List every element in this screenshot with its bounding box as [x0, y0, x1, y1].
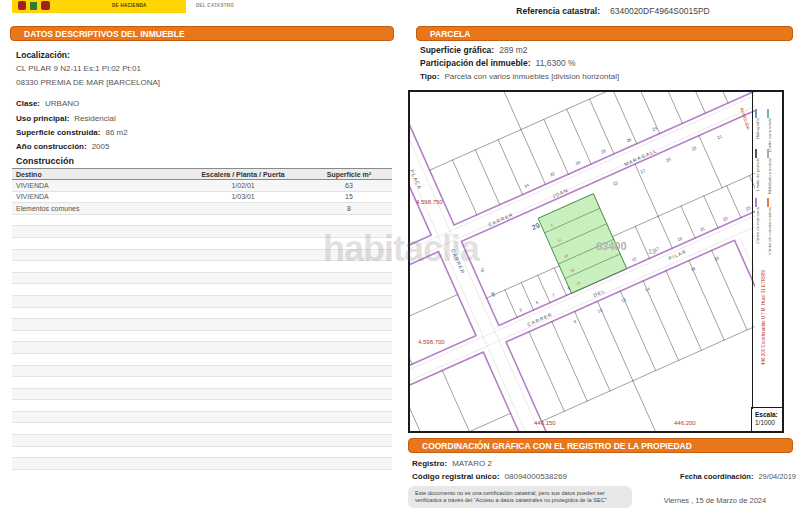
- legend-hidrografia: Hidrografía: [755, 118, 760, 139]
- legend-limite-parcela: Límite de parcela: [755, 158, 760, 191]
- street-label: PILAR: [667, 248, 687, 261]
- ministerio-label: DE HACIENDA: [112, 3, 147, 8]
- superficie-field: Superficie construida:86 m2: [16, 128, 128, 137]
- localizacion-line1: CL PILAR 9 N2-11 Es:1 Pl:02 Pt:01: [16, 64, 141, 73]
- legend-sample-hidrografia: [755, 109, 757, 118]
- referencia-catastral-value: 6340020DF4964S0015PD: [610, 6, 710, 16]
- codigo-registral-field: Código registral único:08094000538269: [412, 472, 567, 481]
- legend-sample-mobiliario: [767, 149, 769, 158]
- legend-zona-verde: Límite zona verde: [767, 118, 772, 152]
- anio-field: Año construcción:2005: [16, 142, 109, 151]
- block-number: 63400: [596, 240, 627, 252]
- ministry-logo-band: [12, 0, 186, 13]
- legend-limite-construcciones: Límite de construcciones: [767, 207, 772, 255]
- coat-of-arms-icon: [18, 1, 26, 10]
- certification-note: Este documento no es una certificación c…: [408, 486, 632, 508]
- table-empty-row: [12, 423, 392, 435]
- construccion-table: Destino Escalera / Planta / Puerta Super…: [12, 168, 392, 470]
- legend-sample-zona-verde: [767, 109, 769, 118]
- table-empty-row: [12, 214, 392, 226]
- table-empty-row: [12, 295, 392, 307]
- legend-limite-manzana: Límite de manzana: [755, 207, 760, 244]
- table-empty-row: [12, 400, 392, 412]
- table-empty-row: [12, 435, 392, 447]
- participacion-field: Participación del inmueble:11,6300 %: [420, 58, 576, 68]
- legend-mobiliario: Mobiliario y aceras: [767, 158, 772, 194]
- table-empty-row: [12, 272, 392, 284]
- street-label: DEL: [592, 288, 606, 299]
- cadastral-document: DE HACIENDA DEL CATASTRO Referencia cata…: [0, 0, 800, 514]
- table-empty-row: [12, 342, 392, 354]
- uso-field: Uso principal:Residencial: [16, 114, 116, 123]
- table-empty-row: [12, 458, 392, 470]
- emblem-icon: [41, 1, 50, 10]
- registro-field: Registro:MATARO 2: [412, 459, 492, 468]
- table-header-row: Destino Escalera / Planta / Puerta Super…: [12, 169, 392, 180]
- table-row: VIVIENDA 1/02/01 63: [12, 180, 392, 192]
- flag-icon: [30, 2, 37, 10]
- col-destino: Destino: [12, 169, 180, 180]
- table-empty-row: [12, 353, 392, 365]
- utm-coordinate-label: 446.200: [674, 420, 696, 426]
- table-row: Elementos comunes 8: [12, 203, 392, 215]
- construccion-title: Construcción: [16, 156, 74, 166]
- section-header-parcela: PARCELA: [416, 26, 793, 41]
- map-scale: Escala: 1/1000: [751, 407, 782, 431]
- utm-coordinate-label: 4.598.700: [418, 339, 445, 345]
- table-empty-row: [12, 284, 392, 296]
- table-empty-row: [12, 307, 392, 319]
- table-empty-row: [12, 319, 392, 331]
- portal-number: 19: [648, 248, 656, 255]
- table-empty-row: [12, 377, 392, 389]
- table-empty-row: [12, 411, 392, 423]
- table-empty-row: [12, 446, 392, 458]
- map-legend: Hidrografía Límite zona verde Límite de …: [752, 92, 782, 409]
- catastro-label: DEL CATASTRO: [196, 3, 234, 8]
- referencia-catastral-label: Referencia catastral:: [400, 6, 600, 16]
- document-date: Viernes , 15 de Marzo de 2024: [640, 496, 790, 505]
- table-empty-row: [12, 330, 392, 342]
- table-empty-row: [12, 388, 392, 400]
- legend-sample-parcela: [755, 149, 757, 158]
- legend-sample-construcciones: [767, 198, 769, 207]
- table-row: VIVIENDA 1/03/01 15: [12, 191, 392, 203]
- localizacion-label: Localización:: [16, 50, 70, 60]
- superficie-grafica-field: Superficie gráfica:289 m2: [420, 45, 528, 55]
- section-header-inmueble: DATOS DESCRIPTIVOS DEL INMUEBLE: [10, 26, 394, 41]
- utm-coordinate-label: 4.598.750: [416, 199, 443, 205]
- legend-coords-note: 446.200 Coordenadas U.T.M. Huso 31 ETRS8…: [761, 270, 766, 365]
- fecha-coordinacion-field: Fecha coordinación:29/04/2019: [636, 472, 796, 481]
- col-superficie: Superficie m²: [306, 169, 392, 180]
- watermark: habitaclia: [323, 228, 479, 270]
- section-header-coordinacion: COORDINACIÓN GRÁFICA CON EL REGISTRO DE …: [408, 438, 793, 453]
- street-label: PLAÇA: [410, 168, 423, 190]
- col-escalera-planta-puerta: Escalera / Planta / Puerta: [180, 169, 305, 180]
- table-empty-row: [12, 365, 392, 377]
- clase-field: Clase:URBANO: [16, 99, 79, 108]
- localizacion-line2: 08330 PREMIA DE MAR [BARCELONA]: [16, 78, 160, 87]
- tipo-field: Tipo:Parcela con varios inmuebles [divis…: [420, 72, 619, 81]
- utm-coordinate-label: 446.150: [534, 420, 556, 426]
